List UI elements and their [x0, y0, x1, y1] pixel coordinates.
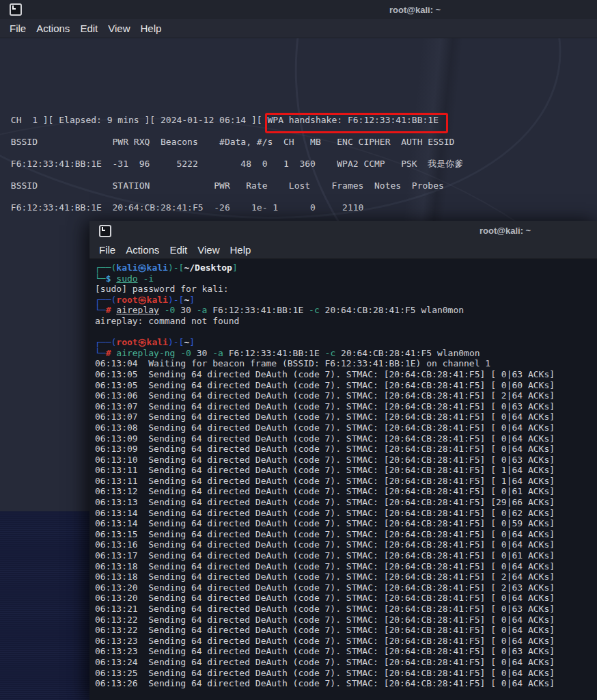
terminal-text: 06:13:07 Sending 64 directed DeAuth (cod… — [95, 412, 555, 422]
aireplay-terminal-content[interactable]: ┌──(kali㉿kali)-[~/Desktop]└─$ sudo -i[su… — [89, 259, 597, 700]
terminal-text: ~/Desktop — [184, 262, 232, 273]
terminal-text: 06:13:21 Sending 64 directed DeAuth (cod… — [95, 604, 555, 614]
terminal-line: 06:13:13 Sending 64 directed DeAuth (cod… — [95, 497, 597, 508]
terminal-line — [95, 327, 597, 338]
menu-edit[interactable]: Edit — [169, 244, 187, 256]
terminal-text: 06:13:26 Sending 64 directed DeAuth (cod… — [95, 678, 555, 688]
terminal-text — [159, 305, 165, 315]
terminal-icon — [10, 3, 22, 16]
terminal-line: ┌──(root㉿kali)-[~] — [95, 337, 597, 348]
airodump-titlebar[interactable]: root@kali: ~ — [0, 0, 597, 19]
terminal-text: 06:13:23 Sending 64 directed DeAuth (cod… — [95, 646, 555, 656]
terminal-text: -i — [143, 273, 154, 284]
screen: root@kali: ~ FileActionsEditViewHelp CH … — [0, 0, 597, 700]
terminal-text: F6:12:33:41:BB:1E — [223, 348, 325, 358]
terminal-line: 06:13:26 Sending 64 directed DeAuth (cod… — [95, 678, 597, 689]
terminal-line: 06:13:06 Sending 64 directed DeAuth (cod… — [95, 390, 597, 401]
terminal-line: 06:13:15 Sending 64 directed DeAuth (cod… — [95, 529, 597, 540]
wpa-handshake-highlight-box — [265, 113, 448, 133]
terminal-line: aireplay: command not found — [95, 316, 597, 327]
terminal-text: ┌──( — [95, 262, 116, 273]
aireplay-titlebar[interactable]: root@kali: ~ — [89, 221, 597, 241]
terminal-text: aireplay: command not found — [95, 316, 239, 326]
terminal-text: -0 — [165, 305, 176, 315]
menu-help[interactable]: Help — [230, 244, 251, 256]
terminal-text: [sudo] password for kali: — [95, 284, 229, 294]
terminal-text: 06:13:10 Sending 64 directed DeAuth (cod… — [95, 455, 555, 465]
terminal-text: 30 — [175, 305, 196, 315]
terminal-text: 06:13:18 Sending 64 directed DeAuth (cod… — [95, 571, 555, 582]
terminal-line: 06:13:16 Sending 64 directed DeAuth (cod… — [95, 539, 597, 550]
menu-file[interactable]: File — [10, 23, 26, 34]
terminal-text: 06:13:14 Sending 64 directed DeAuth (cod… — [95, 508, 555, 518]
terminal-text: 06:13:06 Sending 64 directed DeAuth (cod… — [95, 390, 555, 401]
terminal-line: ┌──(root㉿kali)-[~] — [95, 295, 597, 306]
terminal-text: 06:13:13 Sending 64 directed DeAuth (cod… — [95, 497, 555, 507]
terminal-text: 06:13:09 Sending 64 directed DeAuth (cod… — [95, 433, 555, 444]
terminal-line: 06:13:05 Sending 64 directed DeAuth (cod… — [95, 369, 597, 380]
terminal-line: 06:13:25 Sending 64 directed DeAuth (cod… — [95, 668, 597, 679]
menu-view[interactable]: View — [108, 23, 130, 34]
terminal-text: 06:13:08 Sending 64 directed DeAuth (cod… — [95, 422, 555, 433]
terminal-text: 06:13:17 Sending 64 directed DeAuth (cod… — [95, 550, 555, 561]
terminal-text: 06:13:12 Sending 64 directed DeAuth (cod… — [95, 486, 555, 496]
terminal-text: 06:13:23 Sending 64 directed DeAuth (cod… — [95, 636, 555, 646]
terminal-text: aireplay-ng — [116, 348, 175, 358]
terminal-line: 06:13:05 Sending 64 directed DeAuth (cod… — [95, 380, 597, 391]
menu-actions[interactable]: Actions — [36, 23, 70, 34]
terminal-line: [sudo] password for kali: — [95, 284, 597, 295]
terminal-text: root㉿kali — [116, 337, 168, 347]
terminal-text: 06:13:22 Sending 64 directed DeAuth (cod… — [95, 615, 555, 625]
terminal-text: -a — [212, 348, 223, 358]
terminal-text: 06:13:05 Sending 64 directed DeAuth (cod… — [95, 369, 555, 379]
terminal-text: -a — [197, 305, 208, 315]
terminal-text: └─ — [95, 273, 106, 284]
terminal-line: └─# aireplay -0 30 -a F6:12:33:41:BB:1E … — [95, 305, 597, 316]
terminal-text: )-[ — [168, 337, 184, 347]
terminal-text: 06:13:24 Sending 64 directed DeAuth (cod… — [95, 657, 555, 667]
menu-view[interactable]: View — [197, 244, 219, 256]
terminal-line: 06:13:07 Sending 64 directed DeAuth (cod… — [95, 412, 597, 422]
terminal-line: 06:13:04 Waiting for beacon frame (BSSID… — [95, 358, 597, 369]
menu-file[interactable]: File — [99, 244, 115, 256]
terminal-text: sudo — [116, 273, 137, 284]
terminal-line: 06:13:08 Sending 64 directed DeAuth (cod… — [95, 422, 597, 433]
terminal-text: 06:13:14 Sending 64 directed DeAuth (cod… — [95, 518, 555, 528]
terminal-line: 06:13:22 Sending 64 directed DeAuth (cod… — [95, 625, 597, 636]
menu-edit[interactable]: Edit — [80, 23, 98, 34]
terminal-line: 06:13:23 Sending 64 directed DeAuth (cod… — [95, 636, 597, 647]
terminal-text: 06:13:18 Sending 64 directed DeAuth (cod… — [95, 561, 555, 571]
terminal-text: 06:13:25 Sending 64 directed DeAuth (cod… — [95, 668, 555, 678]
terminal-line: 06:13:17 Sending 64 directed DeAuth (cod… — [95, 550, 597, 561]
terminal-text: 20:64:CB:28:41:F5 wlan0mon — [335, 348, 480, 358]
menu-actions[interactable]: Actions — [126, 244, 159, 256]
terminal-text: 06:13:20 Sending 64 directed DeAuth (cod… — [95, 582, 555, 593]
terminal-text: 06:13:09 Sending 64 directed DeAuth (cod… — [95, 444, 555, 454]
terminal-text: 06:13:15 Sending 64 directed DeAuth (cod… — [95, 529, 555, 539]
terminal-line: 06:13:24 Sending 64 directed DeAuth (cod… — [95, 657, 597, 668]
terminal-line: 06:13:09 Sending 64 directed DeAuth (cod… — [95, 433, 597, 444]
terminal-text: root㉿kali — [116, 295, 168, 305]
menu-help[interactable]: Help — [140, 23, 161, 34]
terminal-text: 20:64:CB:28:41:F5 wlan0mon — [320, 305, 464, 315]
terminal-text: ┌──( — [95, 337, 116, 347]
terminal-text: aireplay — [116, 305, 159, 315]
terminal-text: kali㉿kali — [116, 262, 168, 273]
terminal-line: └─# aireplay-ng -0 30 -a F6:12:33:41:BB:… — [95, 348, 597, 359]
terminal-icon — [99, 225, 111, 237]
terminal-text: 06:13:11 Sending 64 directed DeAuth (cod… — [95, 476, 555, 486]
terminal-text: -0 — [180, 348, 191, 358]
terminal-line: 06:13:14 Sending 64 directed DeAuth (cod… — [95, 518, 597, 529]
terminal-text: )-[ — [168, 295, 184, 305]
terminal-line: 06:13:21 Sending 64 directed DeAuth (cod… — [95, 604, 597, 615]
terminal-text: └─ — [95, 305, 106, 315]
terminal-text: 06:13:11 Sending 64 directed DeAuth (cod… — [95, 465, 555, 475]
terminal-line: 06:13:11 Sending 64 directed DeAuth (cod… — [95, 476, 597, 487]
terminal-text: )-[ — [168, 262, 184, 273]
terminal-text: 06:13:04 Waiting for beacon frame (BSSID… — [95, 358, 490, 368]
terminal-text: ] — [232, 262, 238, 273]
terminal-text: ] — [189, 295, 195, 305]
terminal-line: 06:13:11 Sending 64 directed DeAuth (cod… — [95, 465, 597, 476]
terminal-text: 06:13:05 Sending 64 directed DeAuth (cod… — [95, 380, 555, 390]
aireplay-menu-bar: FileActionsEditViewHelp — [89, 241, 597, 259]
